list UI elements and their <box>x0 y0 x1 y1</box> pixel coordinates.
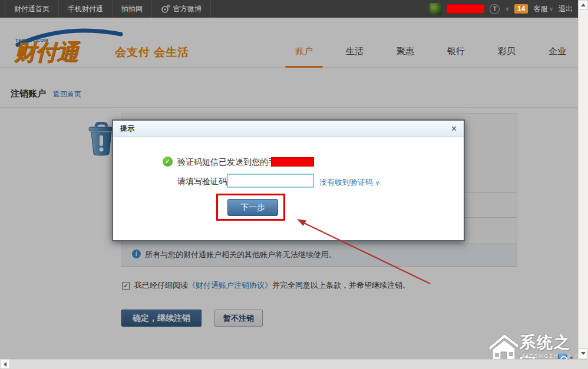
chevron-down-icon[interactable]: ∨ <box>505 6 509 12</box>
checkmark-glyph: ✓ <box>165 158 170 165</box>
verification-dialog: 提示 × ✓ 验证码短信已发送到您的手机 请填写验证码： 没有收到验证码 ∨ 下… <box>112 119 465 241</box>
scroll-down-button[interactable] <box>578 348 588 358</box>
sms-sent-message: 验证码短信已发送到您的手机 <box>177 157 285 168</box>
topbar-link-home[interactable]: 财付通首页 <box>5 0 59 18</box>
no-code-label: 没有收到验证码 <box>319 177 373 188</box>
close-icon[interactable]: × <box>451 124 457 134</box>
success-check-icon: ✓ <box>163 157 173 167</box>
weibo-icon <box>161 4 170 14</box>
dialog-title: 提示 <box>120 124 134 134</box>
horizontal-scrollbar[interactable] <box>0 359 588 369</box>
topbar-account-area: T ∨ 14 客服 ∨ 退出 <box>430 0 588 18</box>
message-count-badge[interactable]: 14 <box>514 4 528 14</box>
next-step-button[interactable]: 下一步 <box>227 199 278 216</box>
username-redaction-bar <box>447 4 484 14</box>
chevron-down-icon: ∨ <box>375 179 379 186</box>
topbar-link-label: 官方微博 <box>173 4 201 14</box>
no-code-received-link[interactable]: 没有收到验证码 ∨ <box>319 177 379 188</box>
topbar-link-paipai[interactable]: 拍拍网 <box>113 0 152 18</box>
verification-code-input[interactable] <box>227 174 314 188</box>
t-glyph: T <box>493 5 497 12</box>
topbar-link-mobile[interactable]: 手机财付通 <box>59 0 113 18</box>
top-utility-bar: 财付通首页 手机财付通 拍拍网 官方微博 T ∨ 14 客服 ∨ 退出 <box>0 0 588 18</box>
customer-service-label: 客服 <box>533 4 547 14</box>
topbar-links: 财付通首页 手机财付通 拍拍网 官方微博 <box>0 0 211 18</box>
phone-redaction-bar <box>271 157 314 167</box>
vertical-scrollbar[interactable] <box>578 0 588 359</box>
chevron-down-icon: ∨ <box>549 6 553 12</box>
topbar-link-label: 手机财付通 <box>68 4 103 14</box>
topbar-link-label: 财付通首页 <box>14 4 49 14</box>
customer-service-menu[interactable]: 客服 ∨ <box>533 4 553 14</box>
scroll-up-button[interactable] <box>578 0 588 10</box>
user-avatar[interactable] <box>430 3 441 15</box>
scroll-left-button[interactable] <box>0 359 10 369</box>
down-arrow-icon <box>581 352 586 355</box>
left-arrow-icon <box>4 362 6 367</box>
logout-link[interactable]: 退出 <box>559 4 573 14</box>
topbar-link-weibo[interactable]: 官方微博 <box>152 0 211 18</box>
logout-label: 退出 <box>559 4 573 14</box>
topbar-link-label: 拍拍网 <box>121 4 143 14</box>
dialog-titlebar: 提示 × <box>113 121 464 137</box>
up-arrow-icon <box>581 4 586 6</box>
tenpay-balance-icon[interactable]: T <box>490 4 500 14</box>
